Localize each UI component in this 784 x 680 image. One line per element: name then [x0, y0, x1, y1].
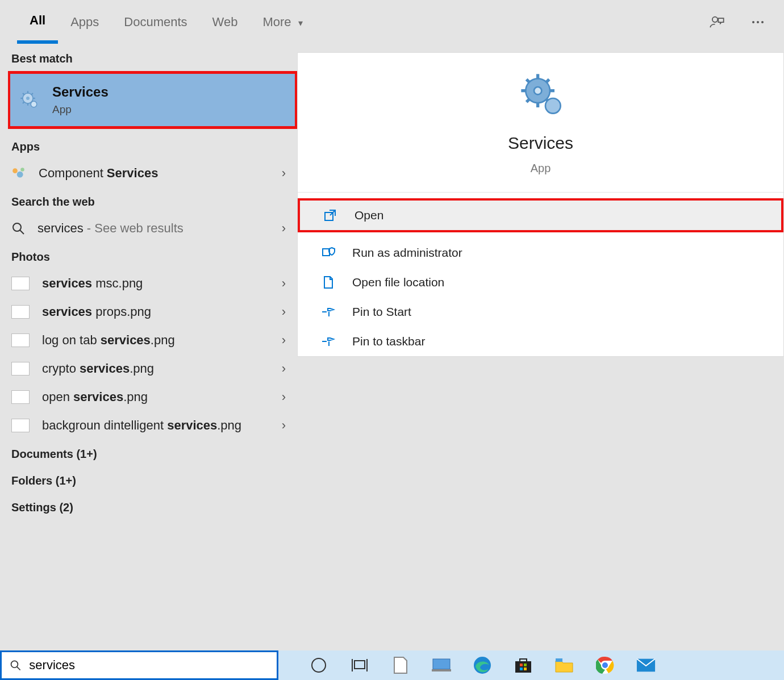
svg-point-17: [20, 168, 24, 172]
action-open[interactable]: Open: [298, 198, 783, 232]
chevron-right-icon: ›: [282, 418, 286, 433]
section-folders[interactable]: Folders (1+): [0, 466, 297, 493]
pin-icon: [320, 335, 336, 348]
tab-documents[interactable]: Documents: [111, 2, 199, 42]
result-label: crypto services.png: [42, 361, 154, 376]
result-photo[interactable]: services props.png ›: [0, 298, 297, 326]
result-photo[interactable]: services msc.png ›: [0, 269, 297, 298]
folder-icon: [320, 276, 336, 289]
search-tabs: All Apps Documents Web More ▾: [0, 0, 784, 44]
svg-line-19: [20, 230, 24, 234]
image-thumbnail-icon: [11, 277, 30, 290]
image-thumbnail-icon: [11, 333, 30, 347]
svg-point-51: [602, 662, 608, 669]
section-photos: Photos: [0, 243, 297, 269]
more-options-icon[interactable]: [749, 13, 767, 31]
store-icon[interactable]: [514, 656, 533, 675]
chevron-right-icon: ›: [282, 304, 286, 319]
image-thumbnail-icon: [11, 390, 30, 404]
svg-point-30: [545, 98, 561, 114]
preview-pane: Services App Open Run as administrator O…: [297, 44, 784, 650]
shield-icon: [320, 246, 336, 260]
result-photo[interactable]: open services.png ›: [0, 383, 297, 411]
svg-line-36: [17, 667, 20, 670]
cortana-icon[interactable]: [309, 656, 328, 675]
chevron-right-icon: ›: [282, 390, 286, 404]
result-photo[interactable]: log on tab services.png ›: [0, 326, 297, 354]
action-pin-to-start[interactable]: Pin to Start: [298, 297, 783, 327]
svg-line-29: [526, 99, 529, 102]
chevron-right-icon: ›: [282, 276, 286, 291]
svg-point-1: [752, 21, 754, 23]
taskbar-search[interactable]: [0, 650, 278, 680]
results-list: Best match Services App Apps Component S…: [0, 44, 297, 650]
preview-actions: Open Run as administrator Open file loca…: [298, 198, 783, 356]
svg-rect-38: [355, 661, 365, 669]
chevron-right-icon: ›: [282, 221, 286, 236]
search-input[interactable]: [29, 658, 269, 673]
action-open-file-location[interactable]: Open file location: [298, 268, 783, 297]
result-label: services - See web results: [37, 221, 184, 236]
preview-subtitle: App: [531, 162, 551, 175]
svg-rect-49: [556, 658, 562, 662]
tab-web[interactable]: Web: [200, 2, 251, 42]
result-photo[interactable]: backgroun dintelligent services.png ›: [0, 411, 297, 440]
preview-title: Services: [508, 134, 573, 153]
chevron-down-icon: ▾: [298, 18, 303, 28]
result-web-search[interactable]: services - See web results ›: [0, 214, 297, 243]
gear-icon: [518, 71, 564, 116]
taskbar: [0, 650, 784, 680]
open-icon: [323, 208, 339, 222]
action-pin-to-taskbar[interactable]: Pin to taskbar: [298, 327, 783, 356]
best-match-result[interactable]: Services App: [8, 71, 297, 129]
mail-icon[interactable]: [636, 656, 656, 675]
component-services-icon: [11, 166, 26, 181]
tab-more-label: More: [262, 15, 291, 29]
action-label: Open: [355, 208, 383, 222]
section-apps: Apps: [0, 132, 297, 159]
action-label: Run as administrator: [352, 246, 462, 260]
action-label: Pin to Start: [352, 305, 411, 319]
pin-icon: [320, 305, 336, 319]
section-settings[interactable]: Settings (2): [0, 493, 297, 520]
svg-rect-42: [432, 669, 451, 671]
best-match-title: Services: [52, 84, 109, 100]
edge-icon[interactable]: [473, 656, 492, 675]
svg-rect-46: [524, 664, 527, 666]
tab-apps[interactable]: Apps: [58, 2, 111, 42]
search-icon: [10, 659, 21, 671]
search-icon: [11, 222, 25, 235]
task-view-icon[interactable]: [350, 656, 369, 675]
result-label: log on tab services.png: [42, 333, 175, 348]
svg-point-5: [26, 97, 30, 100]
best-match-subtitle: App: [52, 103, 109, 116]
svg-point-2: [757, 21, 759, 23]
image-thumbnail-icon: [11, 362, 30, 376]
section-documents[interactable]: Documents (1+): [0, 440, 297, 466]
result-label: services msc.png: [42, 276, 143, 291]
libreoffice-icon[interactable]: [391, 656, 410, 675]
chevron-right-icon: ›: [282, 333, 286, 348]
svg-rect-45: [520, 664, 523, 666]
svg-point-3: [761, 21, 764, 23]
feedback-icon[interactable]: [708, 13, 726, 31]
svg-point-35: [11, 661, 18, 668]
image-thumbnail-icon: [11, 305, 30, 319]
result-photo[interactable]: crypto services.png ›: [0, 354, 297, 383]
svg-rect-44: [515, 661, 531, 673]
result-label: open services.png: [42, 390, 148, 404]
result-app-component-services[interactable]: Component Services ›: [0, 159, 297, 187]
gear-icon: [19, 90, 40, 110]
svg-point-21: [534, 87, 541, 94]
file-explorer-icon[interactable]: [554, 656, 574, 675]
tab-all[interactable]: All: [17, 1, 58, 44]
svg-point-37: [312, 658, 326, 672]
computer-icon[interactable]: [432, 656, 451, 675]
section-web: Search the web: [0, 187, 297, 214]
tab-more[interactable]: More ▾: [250, 2, 315, 42]
action-run-as-admin[interactable]: Run as administrator: [298, 238, 783, 268]
svg-line-28: [546, 80, 549, 82]
svg-rect-41: [433, 659, 450, 669]
chrome-icon[interactable]: [595, 656, 615, 675]
chevron-right-icon: ›: [282, 166, 286, 181]
